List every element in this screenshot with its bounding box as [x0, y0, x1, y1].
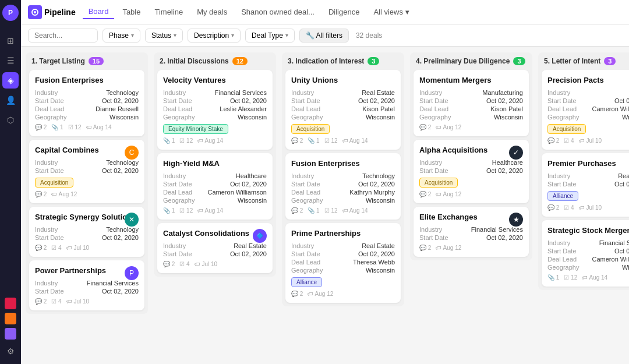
- col-badge-2: 12: [232, 57, 248, 65]
- status-filter[interactable]: Status ▾: [145, 29, 183, 43]
- contacts-icon[interactable]: 👤: [2, 92, 19, 108]
- deal-type-tag: Acquisition: [547, 124, 586, 134]
- deal-type-tag: Acquisition: [35, 178, 73, 188]
- col-header-1: 1. Target Listing 15: [26, 52, 148, 70]
- comment-count: 💬 2: [35, 124, 47, 130]
- links-icon[interactable]: ⬡: [2, 112, 19, 128]
- tab-all-views[interactable]: All views ▾: [367, 5, 415, 19]
- settings-icon[interactable]: ⚙: [2, 343, 19, 359]
- card-power-partnerships[interactable]: P Power Partnerships IndustryFinancial S…: [29, 260, 144, 310]
- user-avatar[interactable]: P: [2, 5, 19, 21]
- column-indication-interest: 3. Indication of Interest 3 Unity Unions…: [282, 52, 404, 306]
- col-header-4: 4. Preliminary Due Diligence 3: [410, 52, 532, 70]
- task-count: ☑ 12: [68, 124, 82, 130]
- col-badge-4: 3: [513, 57, 525, 65]
- card-strategic-stock-mergers[interactable]: Strategic Stock Mergers IndustryFinancia…: [542, 220, 629, 287]
- card-fusion-enterprises-3[interactable]: Fusion Enterprises IndustryTechnology St…: [285, 153, 401, 220]
- card-title: Strategic Synergy Solutions: [35, 213, 139, 222]
- card-title: Elite Exchanges: [419, 213, 523, 222]
- date-tag: 🏷 Aug 14: [86, 124, 112, 130]
- card-title: Strategic Stock Mergers: [547, 226, 629, 236]
- deal-type-filter[interactable]: Deal Type ▾: [245, 29, 295, 43]
- deal-type-tag: Alliance: [547, 191, 578, 201]
- svg-point-1: [34, 11, 36, 13]
- attachment-count: 📎 1: [51, 124, 63, 130]
- deal-type-tag: Acquisition: [419, 178, 458, 188]
- card-capital-combines[interactable]: C Capital Combines IndustryTechnology St…: [29, 140, 144, 203]
- card-avatar-orange: C: [125, 146, 139, 160]
- phase-filter[interactable]: Phase ▾: [103, 29, 140, 43]
- col-title-2: 2. Initial Discussions: [160, 57, 229, 65]
- home-icon[interactable]: ⊞: [2, 33, 19, 49]
- card-premier-purchases[interactable]: ✕ Premier Purchases IndustryReal Estate …: [542, 153, 629, 217]
- card-strategic-synergy[interactable]: ✕ Strategic Synergy Solutions IndustryTe…: [29, 207, 144, 257]
- card-avatar-catalyst: 🔷: [253, 229, 267, 243]
- card-precision-pacts[interactable]: Precision Pacts IndustryEnergy Start Dat…: [542, 70, 629, 150]
- deal-count: 32 deals: [356, 31, 382, 40]
- top-nav: Pipeline Board Table Timeline My deals S…: [21, 0, 629, 24]
- card-avatar-teal: ✕: [125, 213, 139, 227]
- card-unity-unions[interactable]: Unity Unions IndustryReal Estate Start D…: [285, 70, 401, 150]
- card-fusion-enterprises-1[interactable]: Fusion Enterprises IndustryTechnology St…: [29, 70, 144, 136]
- card-high-yield[interactable]: High-Yield M&A IndustryHealthcare Start …: [157, 153, 273, 220]
- column-initial-discussions: 2. Initial Discussions 12 Velocity Ventu…: [154, 52, 276, 277]
- color2-icon: [5, 313, 16, 324]
- search-input[interactable]: [28, 29, 98, 43]
- card-avatar-alpha: ✓: [509, 146, 523, 160]
- card-prime-partnerships[interactable]: Prime Partnerships IndustryReal Estate S…: [285, 223, 401, 303]
- col-badge-1: 15: [89, 57, 104, 65]
- col-badge-3: 3: [367, 57, 379, 65]
- tab-board[interactable]: Board: [83, 5, 115, 19]
- color1-icon: [5, 298, 16, 309]
- card-title: Fusion Enterprises: [35, 76, 139, 86]
- card-title: Precision Pacts: [547, 76, 629, 86]
- pipeline-icon[interactable]: ◈: [2, 72, 19, 89]
- card-title: Momentum Mergers: [419, 76, 523, 86]
- filter-bar: Phase ▾ Status ▾ Description ▾ Deal Type…: [21, 24, 629, 47]
- col-title-1: 1. Target Listing: [31, 57, 85, 65]
- card-catalyst[interactable]: 🔷 Catalyst Consolidations IndustryReal E…: [157, 223, 273, 273]
- tab-my-deals[interactable]: My deals: [191, 5, 233, 19]
- card-avatar-elite: ★: [509, 213, 523, 227]
- all-filters-btn[interactable]: 🔧 All filters: [299, 29, 349, 43]
- card-title: Power Partnerships: [35, 266, 139, 276]
- deal-type-tag: Equity Minority Stake: [163, 124, 228, 134]
- card-title: Velocity Ventures: [163, 76, 267, 86]
- col-header-2: 2. Initial Discussions 12: [154, 52, 276, 70]
- tab-table[interactable]: Table: [116, 5, 146, 19]
- left-sidebar: P ⊞ ☰ ◈ 👤 ⬡ ⚙: [0, 0, 21, 364]
- col-title-3: 3. Indication of Interest: [288, 57, 364, 65]
- tab-shanon[interactable]: Shanon owned deal...: [235, 5, 320, 19]
- card-elite-exchanges[interactable]: ★ Elite Exchanges IndustryFinancial Serv…: [414, 207, 529, 257]
- card-title: Fusion Enterprises: [291, 159, 395, 169]
- column-target-listing: 1. Target Listing 15 Fusion Enterprises …: [26, 52, 148, 314]
- pipeline-logo: [28, 5, 42, 19]
- col-title-5: 5. Letter of Intent: [544, 57, 600, 65]
- app-title: Pipeline: [44, 8, 76, 17]
- card-alpha-acquisitions[interactable]: ✓ Alpha Acquisitions IndustryHealthcare …: [414, 140, 529, 203]
- col-badge-5: 3: [604, 57, 616, 65]
- tab-diligence[interactable]: Diligence: [323, 5, 365, 19]
- color3-icon: [5, 328, 16, 340]
- card-title: Unity Unions: [291, 76, 395, 86]
- card-title: Prime Partnerships: [291, 229, 395, 239]
- col-header-3: 3. Indication of Interest 3: [282, 52, 404, 70]
- card-avatar-blue: P: [125, 266, 139, 280]
- col-title-4: 4. Preliminary Due Diligence: [416, 57, 510, 65]
- kanban-board: 1. Target Listing 15 Fusion Enterprises …: [21, 47, 629, 364]
- column-letter-of-intent: 5. Letter of Intent 3 Precision Pacts In…: [538, 52, 629, 290]
- col-header-5: 5. Letter of Intent 3: [538, 52, 629, 70]
- menu-icon[interactable]: ☰: [2, 52, 19, 69]
- card-title: Premier Purchases: [547, 159, 629, 169]
- card-title: Capital Combines: [35, 146, 139, 156]
- column-preliminary-due-diligence: 4. Preliminary Due Diligence 3 Momentum …: [410, 52, 532, 260]
- tab-timeline[interactable]: Timeline: [149, 5, 189, 19]
- description-filter[interactable]: Description ▾: [188, 29, 241, 43]
- deal-type-tag: Acquisition: [291, 124, 330, 134]
- card-title: High-Yield M&A: [163, 159, 267, 169]
- card-title: Alpha Acquisitions: [419, 146, 523, 156]
- deal-type-tag: Alliance: [291, 277, 322, 287]
- card-velocity-ventures[interactable]: Velocity Ventures IndustryFinancial Serv…: [157, 70, 273, 150]
- card-title: Catalyst Consolidations: [163, 229, 267, 239]
- card-momentum-mergers[interactable]: Momentum Mergers IndustryManufacturing S…: [414, 70, 529, 136]
